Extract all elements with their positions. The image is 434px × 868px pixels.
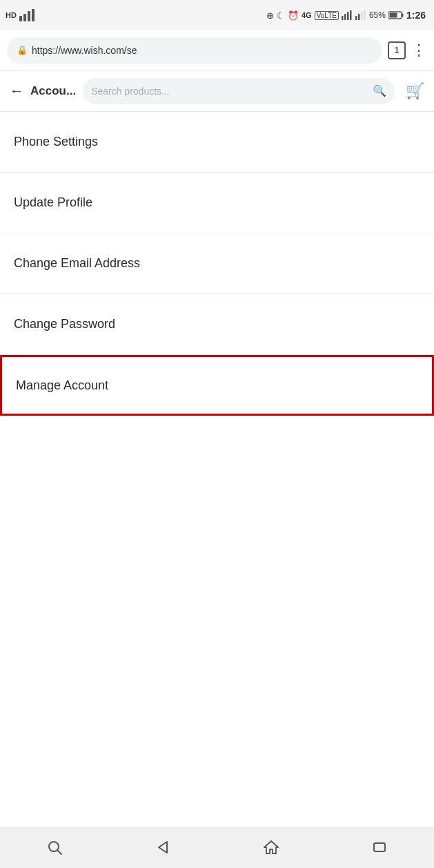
nav-recents-button[interactable] (362, 830, 397, 865)
status-bar: HD ⊕ ☾ ⏰ 4G VoLTE 65% (0, 0, 434, 30)
svg-rect-19 (374, 843, 385, 851)
svg-rect-13 (402, 14, 403, 17)
antenna-icon: ⊕ (266, 10, 274, 21)
signal-bars2-icon (355, 10, 366, 20)
more-menu-button[interactable]: ⋮ (411, 41, 427, 59)
svg-rect-0 (19, 16, 22, 21)
menu-item-update-profile[interactable]: Update Profile (0, 173, 434, 233)
network-4g-label: 4G (302, 11, 312, 19)
back-nav-icon (156, 840, 170, 854)
account-label: Accou... (30, 84, 76, 98)
nav-back-button[interactable] (146, 830, 180, 865)
menu-item-phone-settings[interactable]: Phone Settings (0, 112, 434, 173)
menu-item-change-email[interactable]: Change Email Address (0, 233, 434, 294)
signal-icon (19, 9, 34, 21)
search-bar[interactable]: Search products... 🔍 (83, 78, 395, 104)
signal-bars-icon (342, 10, 353, 20)
cart-icon[interactable]: 🛒 (406, 82, 424, 100)
status-right: ⊕ ☾ ⏰ 4G VoLTE 65% 1:26 (266, 10, 426, 21)
battery-percentage: 65% (369, 10, 386, 20)
browser-bar: 🔒 https://www.wish.com/se 1 ⋮ (0, 30, 434, 70)
nav-home-button[interactable] (254, 830, 288, 865)
svg-rect-1 (23, 14, 26, 21)
time-display: 1:26 (406, 10, 426, 21)
update-profile-label: Update Profile (14, 195, 92, 210)
manage-account-label: Manage Account (16, 378, 108, 393)
battery-icon (388, 11, 404, 19)
search-nav-icon (47, 840, 62, 855)
lock-icon: 🔒 (17, 45, 28, 55)
svg-rect-4 (342, 16, 344, 20)
menu-item-change-password[interactable]: Change Password (0, 294, 434, 355)
alarm-icon: ⏰ (288, 10, 299, 21)
search-icon: 🔍 (373, 84, 386, 97)
svg-rect-7 (350, 10, 352, 20)
menu-item-manage-account[interactable]: Manage Account (0, 355, 434, 416)
change-password-label: Change Password (14, 317, 115, 331)
moon-icon: ☾ (277, 10, 285, 21)
svg-rect-6 (347, 12, 349, 20)
bottom-nav (0, 827, 434, 868)
page-header: ← Accou... Search products... 🔍 🛒 (0, 70, 434, 112)
menu-list: Phone Settings Update Profile Change Ema… (0, 112, 434, 416)
svg-rect-2 (28, 11, 30, 21)
volte-icon: VoLTE (315, 11, 339, 20)
svg-rect-5 (344, 14, 346, 20)
svg-rect-11 (364, 10, 366, 20)
svg-rect-8 (355, 16, 357, 20)
recents-nav-icon (373, 840, 386, 854)
status-left: HD (6, 9, 34, 21)
tab-count-button[interactable]: 1 (388, 41, 406, 59)
svg-rect-14 (389, 13, 397, 18)
svg-marker-18 (264, 841, 278, 853)
hd-label: HD (6, 11, 17, 19)
change-email-label: Change Email Address (14, 256, 140, 271)
svg-marker-17 (159, 842, 167, 853)
svg-line-16 (57, 851, 61, 855)
back-button[interactable]: ← (10, 83, 23, 99)
url-text: https://www.wish.com/se (32, 45, 373, 56)
svg-rect-9 (358, 14, 360, 20)
svg-rect-10 (361, 12, 363, 20)
phone-settings-label: Phone Settings (14, 135, 98, 149)
nav-search-button[interactable] (37, 830, 72, 865)
search-placeholder: Search products... (91, 86, 368, 97)
svg-rect-3 (32, 9, 34, 21)
home-nav-icon (264, 840, 279, 855)
url-bar[interactable]: 🔒 https://www.wish.com/se (7, 37, 382, 64)
